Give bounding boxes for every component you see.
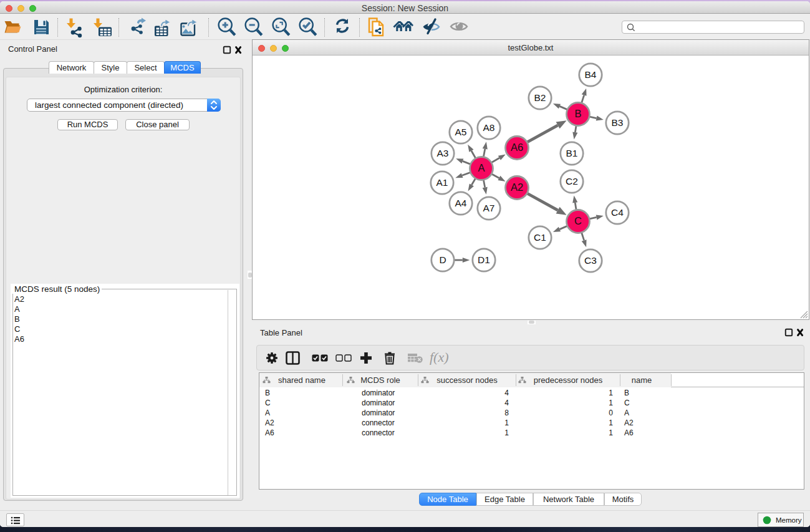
svg-text:A7: A7 xyxy=(483,203,495,213)
svg-text:A1: A1 xyxy=(436,177,448,188)
svg-text:B2: B2 xyxy=(534,92,546,103)
svg-text:B4: B4 xyxy=(585,69,597,80)
svg-text:A2: A2 xyxy=(511,181,523,193)
svg-text:A3: A3 xyxy=(437,148,449,158)
svg-text:A6: A6 xyxy=(511,142,523,153)
svg-text:C4: C4 xyxy=(611,207,624,218)
svg-text:C3: C3 xyxy=(584,255,597,266)
svg-text:B: B xyxy=(574,108,581,119)
svg-text:D1: D1 xyxy=(478,254,490,265)
svg-text:B1: B1 xyxy=(566,148,578,158)
svg-text:A: A xyxy=(478,162,485,173)
svg-text:A5: A5 xyxy=(455,127,467,137)
svg-text:A8: A8 xyxy=(483,122,495,133)
svg-text:C2: C2 xyxy=(566,176,578,186)
svg-text:A4: A4 xyxy=(455,198,467,208)
svg-text:B3: B3 xyxy=(612,117,624,128)
svg-text:D: D xyxy=(439,254,446,265)
svg-text:C1: C1 xyxy=(534,232,546,243)
svg-text:C: C xyxy=(574,215,582,226)
